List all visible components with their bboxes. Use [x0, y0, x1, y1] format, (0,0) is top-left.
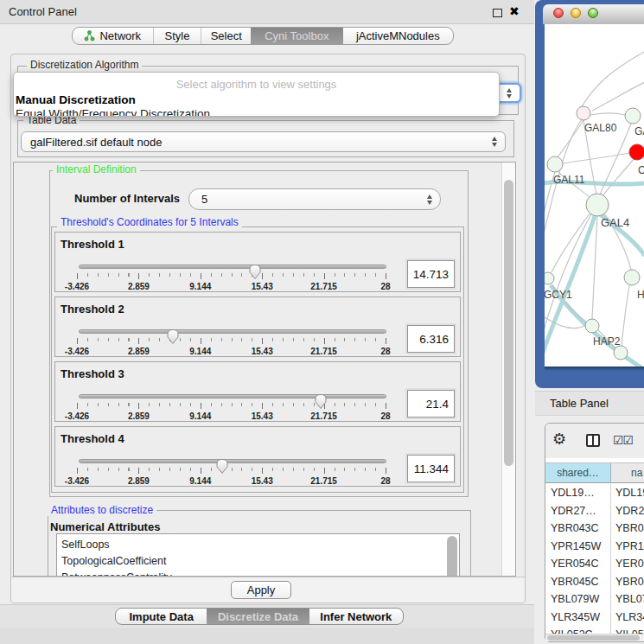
threshold-label: Threshold 2: [61, 303, 124, 316]
table-header: shared… na: [545, 462, 644, 483]
popup-hint: Select algorithm to view settings: [14, 78, 499, 91]
window-title: Control Panel: [9, 0, 77, 24]
float-icon[interactable]: [493, 9, 502, 17]
table-row[interactable]: YBL079WYBL07: [545, 590, 644, 609]
thresholds-group-title: Threshold's Coordinates for 5 Intervals: [57, 217, 242, 228]
gear-icon[interactable]: ⚙: [552, 430, 566, 449]
number-of-intervals-label: Number of Intervals: [74, 192, 180, 205]
popup-option-manual[interactable]: Manual Discretization: [16, 93, 136, 106]
top-tabbar: Network Style Select Cyni Toolbox jActiv…: [72, 27, 454, 45]
node[interactable]: [614, 346, 628, 360]
zoom-traffic-light[interactable]: [588, 8, 598, 18]
slider-thumb[interactable]: [166, 328, 180, 345]
tab-network[interactable]: Network: [73, 28, 153, 44]
threshold-value-field[interactable]: 21.4: [407, 390, 455, 418]
close-traffic-light[interactable]: [553, 8, 564, 18]
list-item[interactable]: SelfLoops: [57, 537, 459, 553]
attributes-group-title: Attributes to discretize: [48, 505, 156, 516]
settings-viewport: Interval Definition Number of Intervals …: [14, 163, 501, 576]
list-item[interactable]: TopologicalCoefficient: [57, 553, 459, 570]
table-data-combobox[interactable]: galFiltered.sif default node: [21, 131, 506, 152]
minimize-traffic-light[interactable]: [571, 8, 581, 18]
slider-track[interactable]: [79, 329, 386, 334]
scale-label: 28: [380, 411, 390, 421]
scale-label: 28: [380, 476, 390, 486]
apply-button[interactable]: Apply: [231, 581, 291, 599]
node-label: GAL80: [584, 122, 617, 134]
control-panel-titlebar: [0, 0, 534, 24]
table-row[interactable]: YIL052CYIL05: [545, 626, 644, 634]
slider-thumb[interactable]: [215, 458, 229, 475]
scale-label: 9.144: [189, 476, 211, 486]
table-row[interactable]: YER054CYER05: [545, 555, 644, 573]
threshold-value-field[interactable]: 6.316: [407, 325, 455, 353]
window-bottom: [0, 628, 534, 644]
tab-infer-network-label: Infer Network: [320, 610, 392, 623]
table-hscrollbar-thumb[interactable]: [547, 635, 640, 641]
table-row[interactable]: YPR145WYPR14: [545, 538, 644, 556]
slider-track[interactable]: [79, 394, 386, 399]
slider-thumb[interactable]: [314, 393, 328, 410]
table-row[interactable]: YDL19…YDL19: [545, 484, 644, 502]
tab-impute-data[interactable]: Impute Data: [116, 609, 207, 624]
slider-track[interactable]: [79, 459, 386, 463]
slider-major-ticks: [77, 338, 387, 344]
network-canvas[interactable]: GAL80 GA C GAL11 GAL4 GCY1 H HAP2: [545, 24, 644, 367]
columns-icon-divider: [592, 435, 594, 446]
number-of-intervals-combobox[interactable]: 5: [188, 188, 441, 210]
node[interactable]: [624, 270, 640, 285]
tab-jactivemnodules-label: jActiveMNodules: [356, 29, 440, 42]
table-row[interactable]: YDR27…YDR27: [545, 502, 644, 520]
node-gal80[interactable]: [577, 106, 590, 120]
scale-label: 21.715: [310, 282, 337, 291]
node[interactable]: [625, 108, 641, 124]
threshold-label: Threshold 3: [61, 367, 124, 380]
network-icon: [84, 30, 95, 41]
node-label: GAL11: [553, 174, 585, 186]
canvas-shadow: [545, 367, 644, 371]
scale-label: 2.859: [128, 476, 150, 486]
tab-discretize-data[interactable]: Discretize Data: [207, 609, 309, 624]
interval-definition-title: Interval Definition: [53, 164, 140, 175]
table-rows: YDL19…YDL19 YDR27…YDR27 YBR043CYBR04 YPR…: [545, 484, 644, 634]
scale-label: 2.859: [128, 411, 150, 421]
tab-select[interactable]: Select: [201, 28, 251, 44]
node-label: C: [638, 164, 644, 176]
slider-major-ticks: [77, 468, 387, 474]
tab-jactivemnodules[interactable]: jActiveMNodules: [343, 28, 453, 44]
threshold-value-field[interactable]: 11.344: [407, 455, 455, 482]
vertical-scrollbar-thumb[interactable]: [504, 180, 513, 466]
node-hap2[interactable]: [585, 319, 599, 333]
tab-cyni-toolbox[interactable]: Cyni Toolbox: [251, 28, 343, 44]
slider-track[interactable]: [79, 265, 386, 269]
tab-select-label: Select: [211, 29, 242, 42]
bottom-tabbar: Impute Data Discretize Data Infer Networ…: [115, 608, 404, 625]
tab-style[interactable]: Style: [153, 28, 201, 44]
discretization-algorithm-title: Discretization Algorithm: [27, 60, 142, 71]
table-row[interactable]: YLR345WYLR34: [545, 609, 644, 627]
tab-infer-network[interactable]: Infer Network: [309, 609, 403, 624]
slider-major-ticks: [77, 273, 387, 279]
scale-label: 2.859: [128, 282, 150, 291]
list-item[interactable]: BetweennessCentrality: [57, 570, 459, 576]
threshold-value-field[interactable]: 14.713: [407, 260, 455, 288]
scale-label: 28: [380, 347, 390, 356]
node-gcy1[interactable]: [545, 272, 554, 284]
scale-label: 9.144: [189, 411, 211, 421]
table-row[interactable]: YBR045CYBR04: [545, 573, 644, 591]
column-header-name[interactable]: na: [611, 463, 644, 482]
threshold-label: Threshold 4: [61, 432, 124, 445]
column-header-shared[interactable]: shared…: [545, 463, 611, 482]
close-icon[interactable]: ✖: [509, 4, 520, 18]
node-gal4[interactable]: [586, 194, 609, 216]
slider-thumb[interactable]: [248, 264, 262, 280]
node-selected[interactable]: [629, 144, 644, 160]
popup-option-equal-width[interactable]: Equal Width/Frequency Discretization: [16, 107, 210, 117]
table-row[interactable]: YBR043CYBR04: [545, 520, 644, 538]
checkbox-icons[interactable]: ☑☑: [613, 433, 633, 447]
scale-label: 15.43: [252, 282, 273, 291]
list-scrollbar-thumb[interactable]: [447, 536, 457, 576]
numerical-attributes-list[interactable]: SelfLoops TopologicalCoefficient Between…: [56, 533, 460, 576]
node-gal11[interactable]: [547, 156, 563, 172]
node-label: H: [637, 289, 644, 301]
